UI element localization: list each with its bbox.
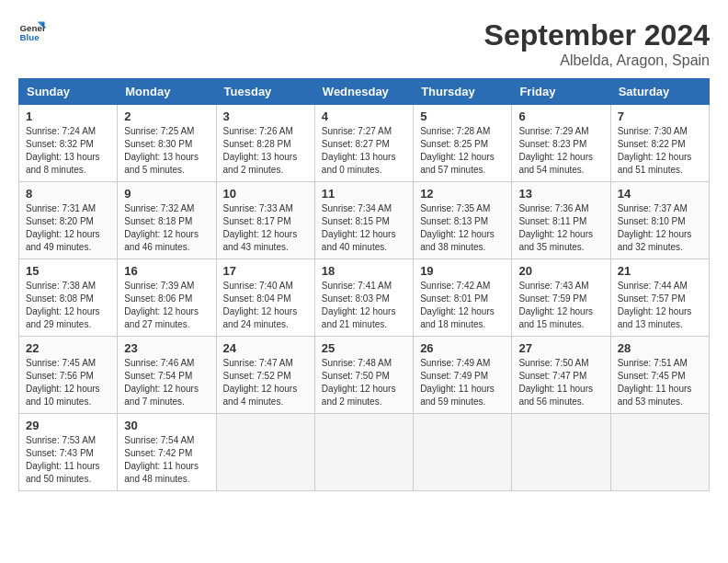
calendar-cell: 18Sunrise: 7:41 AM Sunset: 8:03 PM Dayli… — [314, 259, 413, 337]
calendar-cell — [414, 414, 512, 491]
day-number: 29 — [26, 419, 110, 432]
day-info: Sunrise: 7:45 AM Sunset: 7:56 PM Dayligh… — [26, 357, 110, 408]
week-row-3: 15Sunrise: 7:38 AM Sunset: 8:08 PM Dayli… — [19, 259, 710, 337]
day-info: Sunrise: 7:31 AM Sunset: 8:20 PM Dayligh… — [26, 202, 110, 254]
day-number: 11 — [322, 187, 406, 201]
calendar-cell: 12Sunrise: 7:35 AM Sunset: 8:13 PM Dayli… — [414, 182, 512, 259]
day-info: Sunrise: 7:44 AM Sunset: 7:57 PM Dayligh… — [618, 280, 702, 331]
logo-icon: General Blue — [18, 18, 46, 46]
calendar-cell: 13Sunrise: 7:36 AM Sunset: 8:11 PM Dayli… — [512, 182, 610, 259]
day-number: 16 — [124, 264, 209, 278]
calendar-cell — [610, 414, 709, 491]
calendar-cell: 26Sunrise: 7:49 AM Sunset: 7:49 PM Dayli… — [414, 337, 512, 414]
day-number: 20 — [518, 264, 603, 278]
day-number: 21 — [618, 264, 702, 278]
day-info: Sunrise: 7:37 AM Sunset: 8:10 PM Dayligh… — [618, 202, 702, 254]
day-info: Sunrise: 7:27 AM Sunset: 8:27 PM Dayligh… — [322, 125, 406, 177]
day-header-sunday: Sunday — [19, 79, 118, 105]
calendar-cell: 27Sunrise: 7:50 AM Sunset: 7:47 PM Dayli… — [512, 337, 610, 414]
calendar-cell: 7Sunrise: 7:30 AM Sunset: 8:22 PM Daylig… — [610, 105, 709, 182]
calendar-cell: 24Sunrise: 7:47 AM Sunset: 7:52 PM Dayli… — [216, 337, 314, 414]
calendar-cell: 23Sunrise: 7:46 AM Sunset: 7:54 PM Dayli… — [118, 337, 216, 414]
day-number: 15 — [26, 264, 110, 278]
day-number: 18 — [322, 264, 406, 278]
calendar-cell — [314, 414, 413, 491]
day-info: Sunrise: 7:39 AM Sunset: 8:06 PM Dayligh… — [124, 280, 209, 331]
day-info: Sunrise: 7:32 AM Sunset: 8:18 PM Dayligh… — [124, 202, 209, 254]
day-info: Sunrise: 7:43 AM Sunset: 7:59 PM Dayligh… — [518, 280, 603, 331]
day-info: Sunrise: 7:29 AM Sunset: 8:23 PM Dayligh… — [518, 125, 603, 177]
day-info: Sunrise: 7:54 AM Sunset: 7:42 PM Dayligh… — [124, 434, 209, 486]
calendar-cell: 19Sunrise: 7:42 AM Sunset: 8:01 PM Dayli… — [414, 259, 512, 337]
day-header-thursday: Thursday — [414, 79, 512, 105]
calendar-cell — [512, 414, 610, 491]
month-title: September 2024 — [484, 18, 710, 52]
day-number: 9 — [124, 187, 209, 201]
day-number: 10 — [223, 187, 308, 201]
day-info: Sunrise: 7:40 AM Sunset: 8:04 PM Dayligh… — [223, 280, 308, 331]
calendar-cell: 17Sunrise: 7:40 AM Sunset: 8:04 PM Dayli… — [216, 259, 314, 337]
calendar-cell: 1Sunrise: 7:24 AM Sunset: 8:32 PM Daylig… — [19, 105, 118, 182]
calendar-cell: 10Sunrise: 7:33 AM Sunset: 8:17 PM Dayli… — [216, 182, 314, 259]
day-number: 17 — [223, 264, 308, 278]
day-info: Sunrise: 7:42 AM Sunset: 8:01 PM Dayligh… — [420, 280, 505, 331]
calendar-cell: 22Sunrise: 7:45 AM Sunset: 7:56 PM Dayli… — [19, 337, 118, 414]
day-number: 19 — [420, 264, 505, 278]
day-header-saturday: Saturday — [610, 79, 709, 105]
calendar-cell: 25Sunrise: 7:48 AM Sunset: 7:50 PM Dayli… — [314, 337, 413, 414]
week-row-4: 22Sunrise: 7:45 AM Sunset: 7:56 PM Dayli… — [19, 337, 710, 414]
week-row-1: 1Sunrise: 7:24 AM Sunset: 8:32 PM Daylig… — [19, 105, 710, 182]
day-header-monday: Monday — [118, 79, 216, 105]
calendar-cell: 11Sunrise: 7:34 AM Sunset: 8:15 PM Dayli… — [314, 182, 413, 259]
location-title: Albelda, Aragon, Spain — [484, 52, 710, 69]
day-info: Sunrise: 7:53 AM Sunset: 7:43 PM Dayligh… — [26, 434, 110, 486]
calendar-cell: 5Sunrise: 7:28 AM Sunset: 8:25 PM Daylig… — [414, 105, 512, 182]
calendar-body: 1Sunrise: 7:24 AM Sunset: 8:32 PM Daylig… — [19, 105, 710, 491]
day-number: 25 — [322, 341, 406, 355]
day-header-tuesday: Tuesday — [216, 79, 314, 105]
day-info: Sunrise: 7:47 AM Sunset: 7:52 PM Dayligh… — [223, 357, 308, 408]
day-number: 13 — [518, 187, 603, 201]
day-header-wednesday: Wednesday — [314, 79, 413, 105]
calendar-cell: 2Sunrise: 7:25 AM Sunset: 8:30 PM Daylig… — [118, 105, 216, 182]
calendar-cell: 29Sunrise: 7:53 AM Sunset: 7:43 PM Dayli… — [19, 414, 118, 491]
calendar-cell: 20Sunrise: 7:43 AM Sunset: 7:59 PM Dayli… — [512, 259, 610, 337]
calendar-cell: 6Sunrise: 7:29 AM Sunset: 8:23 PM Daylig… — [512, 105, 610, 182]
week-row-5: 29Sunrise: 7:53 AM Sunset: 7:43 PM Dayli… — [19, 414, 710, 491]
calendar-cell: 14Sunrise: 7:37 AM Sunset: 8:10 PM Dayli… — [610, 182, 709, 259]
calendar-table: SundayMondayTuesdayWednesdayThursdayFrid… — [18, 78, 710, 491]
day-number: 24 — [223, 341, 308, 355]
day-info: Sunrise: 7:28 AM Sunset: 8:25 PM Dayligh… — [420, 125, 505, 177]
day-number: 23 — [124, 341, 209, 355]
calendar-cell: 30Sunrise: 7:54 AM Sunset: 7:42 PM Dayli… — [118, 414, 216, 491]
calendar-cell: 15Sunrise: 7:38 AM Sunset: 8:08 PM Dayli… — [19, 259, 118, 337]
day-number: 7 — [618, 109, 702, 123]
title-block: September 2024 Albelda, Aragon, Spain — [484, 18, 710, 69]
day-number: 8 — [26, 187, 110, 201]
calendar-cell — [216, 414, 314, 491]
calendar-cell: 9Sunrise: 7:32 AM Sunset: 8:18 PM Daylig… — [118, 182, 216, 259]
day-info: Sunrise: 7:49 AM Sunset: 7:49 PM Dayligh… — [420, 357, 505, 408]
day-header-friday: Friday — [512, 79, 610, 105]
day-number: 12 — [420, 187, 505, 201]
day-info: Sunrise: 7:51 AM Sunset: 7:45 PM Dayligh… — [618, 357, 702, 408]
day-number: 14 — [618, 187, 702, 201]
day-info: Sunrise: 7:38 AM Sunset: 8:08 PM Dayligh… — [26, 280, 110, 331]
calendar-cell: 4Sunrise: 7:27 AM Sunset: 8:27 PM Daylig… — [314, 105, 413, 182]
day-number: 26 — [420, 341, 505, 355]
day-number: 5 — [420, 109, 505, 123]
calendar-cell: 21Sunrise: 7:44 AM Sunset: 7:57 PM Dayli… — [610, 259, 709, 337]
day-number: 22 — [26, 341, 110, 355]
calendar-cell: 16Sunrise: 7:39 AM Sunset: 8:06 PM Dayli… — [118, 259, 216, 337]
day-info: Sunrise: 7:36 AM Sunset: 8:11 PM Dayligh… — [518, 202, 603, 254]
day-number: 28 — [618, 341, 702, 355]
day-info: Sunrise: 7:26 AM Sunset: 8:28 PM Dayligh… — [223, 125, 308, 177]
day-number: 4 — [322, 109, 406, 123]
day-number: 30 — [124, 419, 209, 432]
day-info: Sunrise: 7:48 AM Sunset: 7:50 PM Dayligh… — [322, 357, 406, 408]
svg-text:Blue: Blue — [20, 32, 40, 42]
calendar-header-row: SundayMondayTuesdayWednesdayThursdayFrid… — [19, 79, 710, 105]
day-number: 3 — [223, 109, 308, 123]
day-info: Sunrise: 7:35 AM Sunset: 8:13 PM Dayligh… — [420, 202, 505, 254]
header: General Blue September 2024 Albelda, Ara… — [18, 18, 710, 69]
